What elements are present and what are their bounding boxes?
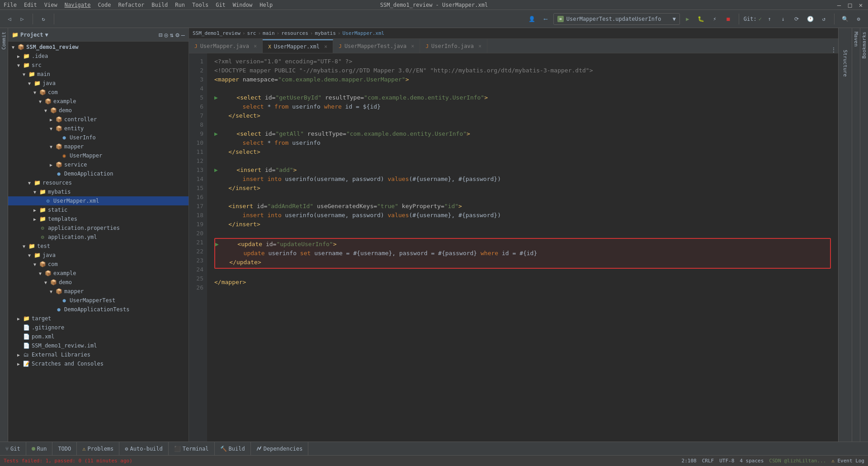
tree-item-idea[interactable]: ▶ 📁 .idea bbox=[8, 52, 189, 61]
commit-panel-label[interactable]: Commit bbox=[1, 32, 7, 50]
tree-item-ssm-root[interactable]: ▼ 📦 SSM_demo1_review bbox=[8, 43, 189, 52]
menu-tools[interactable]: Tools bbox=[192, 2, 208, 8]
tree-item-main[interactable]: ▼ 📁 main bbox=[8, 70, 189, 79]
tree-item-scratches[interactable]: ▶ 📝 Scratches and Consoles bbox=[8, 359, 189, 368]
bottom-tab-todo[interactable]: TODO bbox=[52, 442, 77, 455]
breadcrumb-resources[interactable]: resources bbox=[281, 30, 308, 36]
coverage-button[interactable]: ⚡ bbox=[709, 13, 721, 25]
tree-item-app-props[interactable]: ⚙ application.properties bbox=[8, 223, 189, 233]
tree-item-userinfo[interactable]: ● UserInfo bbox=[8, 133, 189, 142]
close-button[interactable]: ✕ bbox=[857, 1, 864, 9]
menu-git[interactable]: Git bbox=[216, 2, 226, 8]
breadcrumb-src[interactable]: src bbox=[247, 30, 256, 36]
tab-close-userinfo-java[interactable]: × bbox=[478, 43, 481, 49]
run-icon-9[interactable]: ▶ bbox=[214, 129, 221, 138]
git-update-button[interactable]: ↑ bbox=[764, 13, 775, 25]
breadcrumb-mybatis[interactable]: mybatis bbox=[315, 30, 335, 36]
forward-button[interactable]: ▷ bbox=[16, 13, 28, 25]
menu-navigate[interactable]: Navigate bbox=[65, 2, 91, 8]
tree-item-usermapper[interactable]: ◉ UserMapper bbox=[8, 151, 189, 160]
breadcrumb-main[interactable]: main bbox=[263, 30, 275, 36]
run-icon-13[interactable]: ▶ bbox=[214, 166, 221, 175]
project-settings-button[interactable]: ⚙ bbox=[175, 31, 179, 38]
menu-window[interactable]: Window bbox=[233, 2, 252, 8]
tree-item-test-demo[interactable]: ▼ 📦 demo bbox=[8, 278, 189, 287]
run-button[interactable]: ▶ bbox=[682, 13, 693, 25]
menu-refactor[interactable]: Refactor bbox=[118, 2, 144, 8]
tree-item-external-libs[interactable]: ▶ 🗂 External Libraries bbox=[8, 350, 189, 359]
tree-item-test-com[interactable]: ▼ 📦 com bbox=[8, 260, 189, 269]
run-icon-5[interactable]: ▶ bbox=[214, 93, 221, 102]
menu-bar[interactable]: File Edit View Navigate Code Refactor Bu… bbox=[4, 2, 273, 8]
git-push-button[interactable]: ↓ bbox=[777, 13, 789, 25]
run-icon-21[interactable]: ▶ bbox=[215, 240, 222, 249]
tree-item-test-mapper[interactable]: ▼ 📦 mapper bbox=[8, 287, 189, 296]
settings-button[interactable]: ⚙ bbox=[853, 13, 864, 25]
status-encoding[interactable]: UTF-8 bbox=[719, 458, 734, 464]
status-event-log[interactable]: ⚠ Event Log bbox=[831, 458, 864, 464]
tree-item-pom[interactable]: 📄 pom.xml bbox=[8, 332, 189, 341]
back-button[interactable]: ◁ bbox=[4, 13, 15, 25]
tree-item-target[interactable]: ▶ 📁 target bbox=[8, 314, 189, 323]
tab-close-usermapper-java[interactable]: × bbox=[254, 43, 257, 49]
bottom-tab-problems[interactable]: ⚠ Problems bbox=[77, 442, 119, 455]
tree-item-test-java[interactable]: ▼ 📁 java bbox=[8, 251, 189, 260]
project-hide-button[interactable]: — bbox=[181, 31, 185, 38]
debug-button[interactable]: 🐛 bbox=[695, 13, 707, 25]
tab-usermapper-xml[interactable]: X UserMapper.xml × bbox=[263, 39, 333, 53]
window-controls[interactable]: — □ ✕ bbox=[835, 1, 864, 9]
tree-item-resources[interactable]: ▼ 📁 resources bbox=[8, 178, 189, 187]
tree-item-app-yml[interactable]: ⚙ application.yml bbox=[8, 233, 189, 242]
tree-item-com[interactable]: ▼ 📦 com bbox=[8, 88, 189, 97]
project-sort-button[interactable]: ⇅ bbox=[170, 31, 174, 38]
search-everywhere-button[interactable]: 🔍 bbox=[839, 13, 851, 25]
tree-item-gitignore[interactable]: 📄 .gitignore bbox=[8, 323, 189, 332]
status-line-ending[interactable]: CRLF bbox=[702, 458, 714, 464]
user-icon[interactable]: 👤 bbox=[526, 13, 538, 25]
code-area[interactable]: <?xml version="1.0" encoding="UTF-8" ?> … bbox=[207, 53, 838, 442]
tree-item-java[interactable]: ▼ 📁 java bbox=[8, 79, 189, 88]
breadcrumb-file[interactable]: UserMapper.xml bbox=[342, 30, 384, 36]
git-check-icon[interactable]: ✓ bbox=[759, 16, 762, 22]
tree-item-demoapptests[interactable]: ● DemoApplicationTests bbox=[8, 305, 189, 314]
tree-item-demoapplication[interactable]: ● DemoApplication bbox=[8, 169, 189, 178]
tab-usermappertest-java[interactable]: J UserMapperTest.java × bbox=[333, 39, 420, 53]
project-dropdown-icon[interactable]: ▼ bbox=[45, 32, 48, 38]
minimize-button[interactable]: — bbox=[835, 1, 843, 9]
refresh-button[interactable]: ↻ bbox=[38, 13, 49, 25]
tree-item-src[interactable]: ▼ 📁 src bbox=[8, 61, 189, 70]
menu-view[interactable]: View bbox=[44, 2, 57, 8]
tree-item-example[interactable]: ▼ 📦 example bbox=[8, 97, 189, 106]
bookmarks-panel-label[interactable]: Bookmarks bbox=[861, 32, 867, 59]
menu-help[interactable]: Help bbox=[259, 2, 273, 8]
run-configuration-selector[interactable]: ≡ UserMapperTest.updateUserInfo ▼ bbox=[553, 13, 680, 25]
bottom-tab-dependencies[interactable]: 🗲 Dependencies bbox=[251, 442, 309, 455]
breadcrumb-project[interactable]: SSM_demo1_review bbox=[193, 30, 241, 36]
bottom-tab-git[interactable]: ⑂ Git bbox=[0, 442, 26, 455]
maven-panel-label[interactable]: Maven bbox=[853, 32, 859, 47]
menu-edit[interactable]: Edit bbox=[24, 2, 37, 8]
status-position[interactable]: 2:108 bbox=[682, 458, 697, 464]
tab-more-button[interactable]: ⋮ bbox=[831, 47, 836, 53]
menu-run[interactable]: Run bbox=[175, 2, 185, 8]
tree-item-mapper[interactable]: ▼ 📦 mapper bbox=[8, 142, 189, 151]
tree-item-test[interactable]: ▼ 📁 test bbox=[8, 242, 189, 251]
project-collapse-all-button[interactable]: ⊟ bbox=[159, 31, 162, 38]
project-locate-button[interactable]: ◎ bbox=[164, 31, 168, 38]
status-indent[interactable]: 4 spaces bbox=[740, 458, 764, 464]
bottom-tab-build[interactable]: 🔨 Build bbox=[215, 442, 251, 455]
menu-build[interactable]: Build bbox=[151, 2, 168, 8]
structure-panel-label[interactable]: Structure bbox=[842, 50, 848, 77]
tab-userinfo-java[interactable]: J UserInfo.java × bbox=[420, 39, 487, 53]
tree-item-demo[interactable]: ▼ 📦 demo bbox=[8, 106, 189, 115]
git-stash-button[interactable]: ⟳ bbox=[791, 13, 802, 25]
menu-code[interactable]: Code bbox=[98, 2, 111, 8]
status-git[interactable]: CSDN @lizhLiltan... bbox=[769, 458, 826, 464]
tree-item-static[interactable]: ▶ 📁 static bbox=[8, 205, 189, 214]
git-revert-button[interactable]: ↺ bbox=[818, 13, 830, 25]
tree-item-mybatis[interactable]: ▼ 📁 mybatis bbox=[8, 187, 189, 196]
tree-item-test-example[interactable]: ▼ 📦 example bbox=[8, 269, 189, 278]
git-history-button[interactable]: 🕐 bbox=[804, 13, 816, 25]
tab-close-usermapper-xml[interactable]: × bbox=[324, 43, 327, 50]
bottom-tab-terminal[interactable]: ⬛ Terminal bbox=[169, 442, 215, 455]
